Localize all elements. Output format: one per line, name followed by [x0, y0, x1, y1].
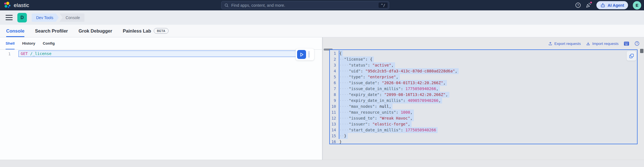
import-requests-label: Import requests [592, 42, 619, 46]
response-line-number: 10 [330, 104, 339, 109]
import-requests-button[interactable]: Import requests [586, 42, 619, 46]
request-line-number: 1 [0, 51, 13, 57]
response-line: 6····"issue_date": "2026-04-01T13:42:20.… [330, 80, 637, 86]
response-line-content: } [339, 139, 342, 144]
response-line-number: 3 [330, 62, 339, 68]
tab-search-profiler[interactable]: Search Profiler [35, 25, 68, 37]
response-line: 8····"expiry_date": "2099-08-16T13:42:20… [330, 92, 637, 98]
response-line-number: 15 [330, 133, 339, 139]
response-line: 12····"issued_to": "Wreak Havoc", [330, 115, 637, 121]
response-line: 5····"type": "enterprise", [330, 74, 637, 80]
response-toolbar: Export requests Import requests [323, 37, 644, 50]
console-help-icon[interactable]: ? [634, 41, 640, 46]
topbar-actions: ? AI Agent E [575, 0, 641, 10]
subtab-history[interactable]: History [22, 37, 35, 49]
robot-icon [600, 3, 605, 8]
response-editor[interactable]: 1{2··"license": {3····"status": "active"… [329, 49, 638, 144]
response-line-number: 16 [330, 139, 339, 144]
response-line-number: 8 [330, 92, 339, 98]
response-line-content: ····"status": "active", [339, 62, 395, 68]
svg-text:?: ? [577, 4, 579, 7]
response-line: 16} [330, 139, 637, 144]
response-line-content: ····"issue_date": "2026-04-01T13:42:20.2… [339, 80, 447, 86]
response-line-number: 2 [330, 56, 339, 62]
svg-text:?: ? [636, 42, 638, 45]
page-bottom-strip [0, 160, 644, 167]
response-line-number: 5 [330, 74, 339, 80]
response-line: 14····"start_date_in_millis": 1775050940… [330, 127, 637, 133]
menu-icon[interactable] [6, 15, 13, 20]
beta-badge: BETA [154, 28, 168, 34]
response-line-number: 14 [330, 127, 339, 133]
response-line-content: ····"expiry_date": "2099-08-16T13:42:20.… [339, 92, 449, 98]
response-line: 10····"max_nodes": null, [330, 104, 637, 109]
keyboard-shortcuts-icon[interactable] [624, 42, 629, 46]
response-line: 11····"max_resource_units": 1000, [330, 109, 637, 115]
subtab-config[interactable]: Config [43, 37, 55, 49]
console-subtabs: Shell History Config [0, 37, 322, 50]
elastic-logo-icon [3, 1, 11, 9]
breadcrumb-bar: D Dev Tools Console [0, 10, 644, 25]
export-requests-label: Export requests [554, 42, 581, 46]
tab-painless-lab-label: Painless Lab [123, 28, 151, 34]
response-line: 15··} [330, 133, 637, 139]
subtab-shell[interactable]: Shell [6, 37, 15, 49]
ai-agent-button[interactable]: AI Agent [596, 1, 628, 9]
tab-grok-debugger[interactable]: Grok Debugger [78, 25, 112, 37]
top-navigation-bar: elastic Find apps, content, and more. ^/… [0, 0, 644, 10]
response-line-content: ····"start_date_in_millis": 177505094026… [339, 127, 438, 133]
breadcrumb-console[interactable]: Console [59, 13, 84, 22]
response-line-content: ····"max_resource_units": 1000, [339, 109, 414, 115]
response-line-content: ··} [339, 133, 348, 139]
scrollbar-thumb[interactable] [640, 49, 643, 53]
response-line-content: ····"issued_to": "Wreak Havoc", [339, 115, 414, 121]
play-icon [299, 52, 304, 57]
response-line: 1{ [330, 51, 637, 56]
ai-agent-label: AI Agent [608, 3, 624, 8]
response-line-content: ····"issuer": "elastic-forge", [339, 121, 412, 127]
newsfeed-icon[interactable] [586, 2, 592, 8]
global-search-input[interactable]: Find apps, content, and more. ^/ [221, 1, 389, 9]
response-lines: 1{2··"license": {3····"status": "active"… [330, 51, 637, 144]
response-line: 3····"status": "active", [330, 62, 637, 68]
tab-console[interactable]: Console [6, 25, 24, 37]
copy-response-button[interactable] [627, 51, 636, 61]
response-line: 2··"license": { [330, 56, 637, 62]
export-requests-button[interactable]: Export requests [548, 42, 581, 46]
request-pane: Shell History Config 1 GET /_license [0, 37, 322, 167]
copy-icon [629, 54, 634, 58]
tab-painless-lab[interactable]: Painless Lab BETA [123, 25, 169, 37]
response-line-content: ····"type": "enterprise", [339, 74, 400, 80]
brand[interactable]: elastic [0, 1, 29, 9]
send-request-button[interactable] [297, 50, 306, 59]
response-line-content: ····"max_nodes": null, [339, 104, 393, 109]
export-icon [548, 42, 552, 46]
user-avatar[interactable]: E [633, 1, 641, 10]
console-content: Shell History Config 1 GET /_license [0, 37, 644, 167]
response-line-content: ··"license": { [339, 56, 374, 62]
request-path: /_license [30, 51, 52, 56]
breadcrumb: Dev Tools Console [32, 13, 85, 22]
response-line-content: ····"uid": "95dc2cb5-dfa3-413c-870d-c880… [339, 68, 459, 74]
response-line-number: 1 [330, 51, 339, 56]
brand-name: elastic [14, 2, 29, 8]
request-actions [296, 49, 314, 60]
request-options-icon[interactable] [308, 51, 310, 58]
search-placeholder: Find apps, content, and more. [231, 3, 379, 8]
response-line-number: 9 [330, 98, 339, 104]
notification-dot [590, 1, 592, 4]
breadcrumb-dev-tools[interactable]: Dev Tools [32, 13, 59, 22]
response-line: 13····"issuer": "elastic-forge", [330, 121, 637, 127]
response-line-content: ····"issue_date_in_millis": 177505094026… [339, 86, 440, 92]
response-pane: Export requests Import requests [323, 37, 644, 167]
search-shortcut-hint: ^/ [379, 3, 388, 8]
response-line-content: ····"expiry_date_in_millis": 40905709402… [339, 98, 442, 104]
space-switcher[interactable]: D [17, 13, 27, 22]
help-icon[interactable]: ? [575, 2, 581, 8]
response-line-number: 13 [330, 121, 339, 127]
response-line: 4····"uid": "95dc2cb5-dfa3-413c-870d-c88… [330, 68, 637, 74]
request-line[interactable]: GET /_license [18, 51, 306, 57]
response-line-content: { [339, 51, 343, 56]
import-icon [586, 42, 590, 46]
response-line-number: 11 [330, 109, 339, 115]
